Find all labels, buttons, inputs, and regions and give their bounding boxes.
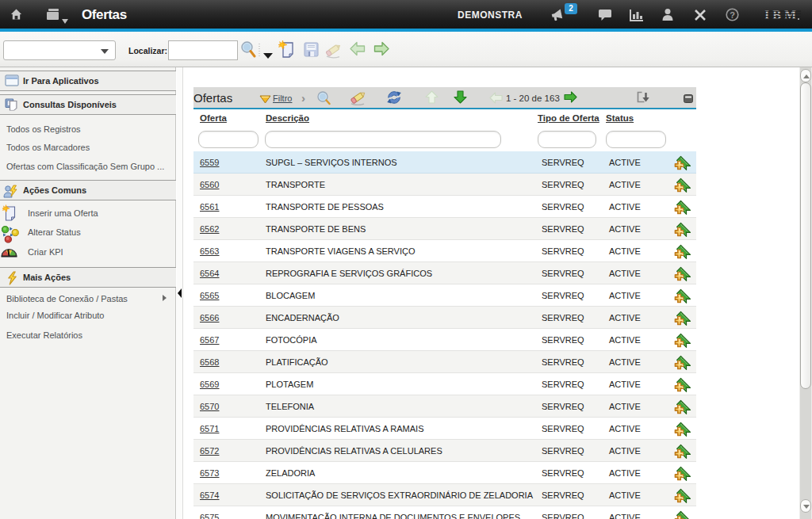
svg-text:?: ? <box>730 10 735 20</box>
svg-text:IBM: IBM <box>764 9 796 21</box>
